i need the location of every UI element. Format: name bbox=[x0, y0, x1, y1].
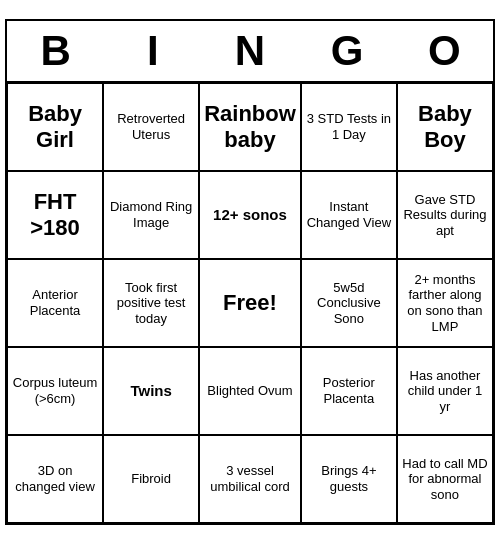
bingo-cell-17: Blighted Ovum bbox=[199, 347, 301, 435]
bingo-cell-6: Diamond Ring Image bbox=[103, 171, 199, 259]
bingo-grid: Baby GirlRetroverted UterusRainbow baby3… bbox=[7, 83, 493, 523]
bingo-cell-15: Corpus luteum (>6cm) bbox=[7, 347, 103, 435]
bingo-cell-12: Free! bbox=[199, 259, 301, 347]
bingo-card: BINGO Baby GirlRetroverted UterusRainbow… bbox=[5, 19, 495, 525]
bingo-letter: I bbox=[108, 27, 198, 75]
bingo-cell-2: Rainbow baby bbox=[199, 83, 301, 171]
bingo-header: BINGO bbox=[7, 21, 493, 83]
bingo-cell-3: 3 STD Tests in 1 Day bbox=[301, 83, 397, 171]
bingo-cell-19: Has another child under 1 yr bbox=[397, 347, 493, 435]
bingo-cell-18: Posterior Placenta bbox=[301, 347, 397, 435]
bingo-cell-16: Twins bbox=[103, 347, 199, 435]
bingo-cell-14: 2+ months farther along on sono than LMP bbox=[397, 259, 493, 347]
bingo-cell-8: Instant Changed View bbox=[301, 171, 397, 259]
bingo-letter: B bbox=[11, 27, 101, 75]
bingo-cell-7: 12+ sonos bbox=[199, 171, 301, 259]
bingo-cell-9: Gave STD Results during apt bbox=[397, 171, 493, 259]
bingo-letter: N bbox=[205, 27, 295, 75]
bingo-cell-11: Took first positive test today bbox=[103, 259, 199, 347]
bingo-cell-23: Brings 4+ guests bbox=[301, 435, 397, 523]
bingo-cell-24: Had to call MD for abnormal sono bbox=[397, 435, 493, 523]
bingo-letter: G bbox=[302, 27, 392, 75]
bingo-cell-5: FHT >180 bbox=[7, 171, 103, 259]
bingo-cell-21: Fibroid bbox=[103, 435, 199, 523]
bingo-cell-10: Anterior Placenta bbox=[7, 259, 103, 347]
bingo-cell-20: 3D on changed view bbox=[7, 435, 103, 523]
bingo-cell-13: 5w5d Conclusive Sono bbox=[301, 259, 397, 347]
bingo-letter: O bbox=[399, 27, 489, 75]
bingo-cell-22: 3 vessel umbilical cord bbox=[199, 435, 301, 523]
bingo-cell-1: Retroverted Uterus bbox=[103, 83, 199, 171]
bingo-cell-4: Baby Boy bbox=[397, 83, 493, 171]
bingo-cell-0: Baby Girl bbox=[7, 83, 103, 171]
